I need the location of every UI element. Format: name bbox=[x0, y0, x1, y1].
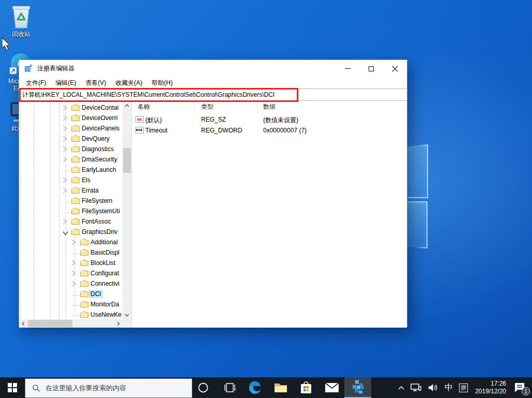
tree-item-label: DeviceOverri bbox=[80, 114, 119, 122]
column-header-2[interactable]: 数据 bbox=[257, 101, 407, 112]
menu-item-0[interactable]: 文件(F) bbox=[21, 77, 51, 89]
expand-chevron-icon[interactable] bbox=[71, 270, 77, 276]
scroll-down-arrow[interactable] bbox=[123, 311, 131, 319]
tree-item-diagnostics[interactable]: Diagnostics bbox=[19, 144, 123, 154]
edge-icon bbox=[247, 380, 263, 395]
column-header-1[interactable]: 类型 bbox=[194, 101, 257, 112]
expand-chevron-icon[interactable] bbox=[63, 187, 68, 194]
taskbar-app-task-view[interactable] bbox=[219, 377, 241, 398]
expand-chevron-icon[interactable] bbox=[63, 177, 68, 183]
tree-item-label: GraphicsDriv bbox=[80, 228, 119, 236]
value-row-[interactable]: ab(默认)REG_SZ(数值未设置) bbox=[133, 114, 407, 125]
tree-item-devicecontai[interactable]: DeviceContai bbox=[19, 102, 123, 113]
menu-item-3[interactable]: 收藏夹(A) bbox=[111, 77, 147, 89]
tree-item-earlylaunch[interactable]: EarlyLaunch bbox=[19, 165, 123, 175]
ime-mode-indicator[interactable]: 拼 bbox=[456, 377, 471, 398]
taskbar-app-file-explorer[interactable] bbox=[269, 377, 292, 398]
taskbar-app-edge[interactable] bbox=[244, 377, 266, 398]
maximize-button[interactable] bbox=[359, 60, 383, 77]
tree-item-basicdispl[interactable]: BasicDispl bbox=[19, 247, 123, 258]
volume-tray-icon-button[interactable] bbox=[425, 377, 442, 398]
menu-item-1[interactable]: 编辑(E) bbox=[51, 77, 81, 89]
mail-icon bbox=[325, 382, 339, 393]
scroll-left-arrow[interactable] bbox=[19, 319, 27, 328]
registry-tree-pane[interactable]: DeviceContaiDeviceOverriDevicePanelsDevQ… bbox=[19, 101, 131, 328]
address-bar[interactable]: 计算机\HKEY_LOCAL_MACHINE\SYSTEM\CurrentCon… bbox=[19, 89, 407, 101]
value-type: REG_SZ bbox=[201, 116, 226, 123]
start-button[interactable] bbox=[0, 377, 25, 398]
expand-chevron-icon[interactable] bbox=[63, 156, 68, 163]
tree-item-devquery[interactable]: DevQuery bbox=[19, 134, 123, 144]
tree-horizontal-scrollbar[interactable] bbox=[19, 319, 123, 328]
scroll-up-arrow[interactable] bbox=[123, 101, 131, 110]
task-view-icon bbox=[224, 382, 236, 393]
scroll-right-arrow[interactable] bbox=[114, 319, 123, 328]
value-data: 0x00000007 (7) bbox=[263, 127, 307, 134]
title-bar[interactable]: 注册表编辑器 bbox=[19, 60, 407, 77]
ime-language-indicator[interactable]: 中 bbox=[442, 377, 456, 398]
expand-chevron-icon[interactable] bbox=[63, 218, 68, 225]
tree-vertical-scrollbar[interactable] bbox=[123, 101, 131, 319]
tree-item-devicepanels[interactable]: DevicePanels bbox=[19, 123, 123, 134]
desktop-icon-recycle-bin[interactable]: 回收站 bbox=[1, 3, 42, 38]
tree-item-graphicsdriv[interactable]: GraphicsDriv bbox=[19, 227, 123, 237]
minimize-button[interactable] bbox=[336, 60, 359, 77]
expand-chevron-icon[interactable] bbox=[71, 260, 77, 266]
tree-item-dci[interactable]: DCI bbox=[19, 289, 123, 299]
column-header-0[interactable]: 名称 bbox=[133, 101, 194, 112]
taskbar-app-regedit[interactable] bbox=[344, 377, 371, 398]
taskbar-search-box[interactable]: 在这里输入你要搜索的内容 bbox=[25, 378, 192, 398]
scrollbar-corner bbox=[123, 319, 131, 328]
tree-item-fontassoc[interactable]: FontAssoc bbox=[19, 216, 123, 227]
scrollbar-thumb[interactable] bbox=[123, 148, 131, 173]
tree-item-errata[interactable]: Errata bbox=[19, 185, 123, 196]
expand-chevron-icon[interactable] bbox=[63, 115, 68, 121]
registry-values-pane[interactable]: 名称类型数据 ab(默认)REG_SZ(数值未设置)011110TimeoutR… bbox=[133, 101, 407, 328]
menu-item-4[interactable]: 帮助(H) bbox=[147, 77, 177, 89]
dword-value-icon: 011110 bbox=[135, 127, 144, 134]
notification-badge: 1 bbox=[522, 387, 530, 395]
menu-item-2[interactable]: 查看(V) bbox=[81, 77, 111, 89]
expand-chevron-icon[interactable] bbox=[63, 105, 68, 111]
taskbar-clock[interactable]: 17:26 2019/12/20 bbox=[471, 380, 510, 395]
tree-item-configurat[interactable]: Configurat bbox=[19, 268, 123, 278]
store-icon bbox=[299, 380, 313, 395]
tree-item-label: Errata bbox=[80, 186, 100, 195]
tree-leaf-connector bbox=[64, 202, 70, 202]
scrollbar-thumb[interactable] bbox=[28, 320, 72, 327]
expand-chevron-icon[interactable] bbox=[63, 136, 68, 142]
folder-icon bbox=[71, 218, 80, 225]
taskbar-app-store[interactable] bbox=[295, 377, 317, 398]
value-row-Timeout[interactable]: 011110TimeoutREG_DWORD0x00000007 (7) bbox=[133, 125, 407, 136]
tree-item-deviceoverri[interactable]: DeviceOverri bbox=[19, 113, 123, 123]
action-center-button[interactable]: 1 bbox=[510, 377, 532, 398]
tree-item-filesystem[interactable]: FileSystem bbox=[19, 196, 123, 206]
ime-mode-label: 拼 bbox=[459, 384, 468, 392]
hidden-icons-chevron[interactable] bbox=[395, 377, 407, 398]
taskbar-app-mail[interactable] bbox=[321, 377, 343, 398]
tree-item-label: Els bbox=[80, 176, 92, 184]
tree-item-label: Additional bbox=[89, 238, 119, 246]
expand-chevron-icon[interactable] bbox=[63, 125, 68, 131]
tree-item-dmasecurity[interactable]: DmaSecurity bbox=[19, 154, 123, 165]
taskbar: 在这里输入你要搜索的内容 bbox=[0, 377, 532, 398]
tree-item-filesystemuti[interactable]: FileSystemUti bbox=[19, 206, 123, 216]
tree-item-label: BlockList bbox=[89, 259, 117, 267]
folder-icon bbox=[71, 104, 80, 111]
folder-icon bbox=[71, 145, 80, 153]
expand-chevron-icon[interactable] bbox=[71, 281, 77, 287]
collapse-chevron-icon[interactable] bbox=[63, 230, 68, 236]
taskbar-app-cortana[interactable] bbox=[192, 377, 215, 398]
expand-chevron-icon[interactable] bbox=[63, 146, 68, 152]
tree-item-blocklist[interactable]: BlockList bbox=[19, 258, 123, 268]
tree-item-els[interactable]: Els bbox=[19, 175, 123, 185]
tree-item-usenewke[interactable]: UseNewKe bbox=[19, 309, 123, 319]
desktop-icon-label: 回收站 bbox=[1, 31, 42, 38]
expand-chevron-icon[interactable] bbox=[71, 239, 77, 245]
tree-item-connectivi[interactable]: Connectivi bbox=[19, 278, 123, 289]
close-button[interactable] bbox=[383, 60, 407, 77]
tree-item-additional[interactable]: Additional bbox=[19, 237, 123, 247]
tree-item-monitorda[interactable]: MonitorDa bbox=[19, 299, 123, 309]
recycle-bin-icon bbox=[1, 3, 42, 29]
network-tray-icon-button[interactable] bbox=[407, 377, 425, 398]
